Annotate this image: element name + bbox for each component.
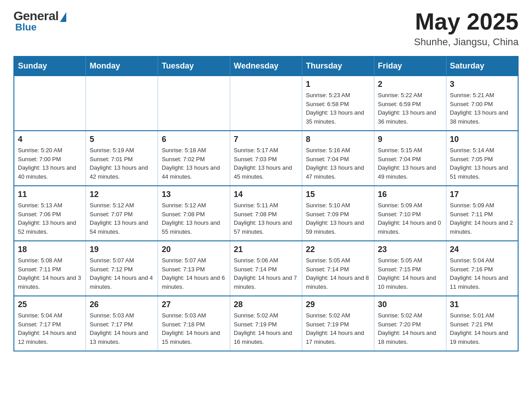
day-info: Sunrise: 5:07 AM Sunset: 7:12 PM Dayligh…: [90, 256, 154, 291]
calendar-cell: 14Sunrise: 5:11 AM Sunset: 7:08 PM Dayli…: [230, 186, 302, 241]
calendar-cell: 5Sunrise: 5:19 AM Sunset: 7:01 PM Daylig…: [86, 131, 158, 186]
calendar-week-row: 4Sunrise: 5:20 AM Sunset: 7:00 PM Daylig…: [14, 131, 518, 186]
weekday-header-thursday: Thursday: [302, 56, 374, 76]
weekday-header-wednesday: Wednesday: [230, 56, 302, 76]
day-number: 15: [306, 190, 370, 199]
day-number: 1: [306, 80, 370, 89]
day-info: Sunrise: 5:01 AM Sunset: 7:21 PM Dayligh…: [450, 311, 514, 346]
calendar-cell: [86, 76, 158, 131]
calendar-week-row: 11Sunrise: 5:13 AM Sunset: 7:06 PM Dayli…: [14, 186, 518, 241]
calendar-cell: 22Sunrise: 5:05 AM Sunset: 7:14 PM Dayli…: [302, 241, 374, 296]
day-info: Sunrise: 5:16 AM Sunset: 7:04 PM Dayligh…: [306, 146, 370, 181]
day-info: Sunrise: 5:07 AM Sunset: 7:13 PM Dayligh…: [162, 256, 226, 291]
calendar-cell: 19Sunrise: 5:07 AM Sunset: 7:12 PM Dayli…: [86, 241, 158, 296]
day-number: 12: [90, 190, 154, 199]
day-info: Sunrise: 5:09 AM Sunset: 7:11 PM Dayligh…: [450, 201, 514, 236]
calendar-cell: 25Sunrise: 5:04 AM Sunset: 7:17 PM Dayli…: [14, 296, 86, 351]
day-info: Sunrise: 5:12 AM Sunset: 7:08 PM Dayligh…: [162, 201, 226, 236]
day-info: Sunrise: 5:23 AM Sunset: 6:58 PM Dayligh…: [306, 91, 370, 126]
calendar-cell: 24Sunrise: 5:04 AM Sunset: 7:16 PM Dayli…: [446, 241, 518, 296]
day-number: 24: [450, 245, 514, 254]
calendar-week-row: 1Sunrise: 5:23 AM Sunset: 6:58 PM Daylig…: [14, 76, 518, 131]
calendar-cell: 31Sunrise: 5:01 AM Sunset: 7:21 PM Dayli…: [446, 296, 518, 351]
day-info: Sunrise: 5:04 AM Sunset: 7:16 PM Dayligh…: [450, 256, 514, 291]
weekday-header-friday: Friday: [374, 56, 446, 76]
calendar-cell: 15Sunrise: 5:10 AM Sunset: 7:09 PM Dayli…: [302, 186, 374, 241]
weekday-header-saturday: Saturday: [446, 56, 518, 76]
calendar-table: SundayMondayTuesdayWednesdayThursdayFrid…: [13, 56, 519, 351]
calendar-week-row: 25Sunrise: 5:04 AM Sunset: 7:17 PM Dayli…: [14, 296, 518, 351]
day-info: Sunrise: 5:06 AM Sunset: 7:14 PM Dayligh…: [234, 256, 298, 291]
day-info: Sunrise: 5:03 AM Sunset: 7:17 PM Dayligh…: [90, 311, 154, 346]
calendar-cell: 29Sunrise: 5:02 AM Sunset: 7:19 PM Dayli…: [302, 296, 374, 351]
day-info: Sunrise: 5:03 AM Sunset: 7:18 PM Dayligh…: [162, 311, 226, 346]
day-number: 7: [234, 135, 298, 144]
logo-triangle-icon: [60, 12, 66, 22]
day-info: Sunrise: 5:22 AM Sunset: 6:59 PM Dayligh…: [378, 91, 442, 126]
logo-blue-text: Blue: [15, 21, 37, 33]
calendar-cell: 16Sunrise: 5:09 AM Sunset: 7:10 PM Dayli…: [374, 186, 446, 241]
day-number: 26: [90, 300, 154, 309]
day-number: 8: [306, 135, 370, 144]
day-number: 19: [90, 245, 154, 254]
calendar-cell: 8Sunrise: 5:16 AM Sunset: 7:04 PM Daylig…: [302, 131, 374, 186]
day-info: Sunrise: 5:18 AM Sunset: 7:02 PM Dayligh…: [162, 146, 226, 181]
day-number: 21: [234, 245, 298, 254]
calendar-cell: 7Sunrise: 5:17 AM Sunset: 7:03 PM Daylig…: [230, 131, 302, 186]
calendar-cell: 4Sunrise: 5:20 AM Sunset: 7:00 PM Daylig…: [14, 131, 86, 186]
calendar-cell: 26Sunrise: 5:03 AM Sunset: 7:17 PM Dayli…: [86, 296, 158, 351]
day-info: Sunrise: 5:21 AM Sunset: 7:00 PM Dayligh…: [450, 91, 514, 126]
day-number: 9: [378, 135, 442, 144]
calendar-cell: 6Sunrise: 5:18 AM Sunset: 7:02 PM Daylig…: [158, 131, 230, 186]
day-number: 4: [18, 135, 82, 144]
calendar-cell: 28Sunrise: 5:02 AM Sunset: 7:19 PM Dayli…: [230, 296, 302, 351]
calendar-cell: 9Sunrise: 5:15 AM Sunset: 7:04 PM Daylig…: [374, 131, 446, 186]
day-number: 2: [378, 80, 442, 89]
day-number: 18: [18, 245, 82, 254]
calendar-cell: 20Sunrise: 5:07 AM Sunset: 7:13 PM Dayli…: [158, 241, 230, 296]
day-number: 29: [306, 300, 370, 309]
day-number: 3: [450, 80, 514, 89]
day-number: 6: [162, 135, 226, 144]
day-number: 30: [378, 300, 442, 309]
calendar-cell: 27Sunrise: 5:03 AM Sunset: 7:18 PM Dayli…: [158, 296, 230, 351]
calendar-cell: 2Sunrise: 5:22 AM Sunset: 6:59 PM Daylig…: [374, 76, 446, 131]
logo: General Blue: [13, 9, 66, 33]
day-number: 31: [450, 300, 514, 309]
calendar-header-row: SundayMondayTuesdayWednesdayThursdayFrid…: [14, 56, 518, 76]
calendar-cell: 18Sunrise: 5:08 AM Sunset: 7:11 PM Dayli…: [14, 241, 86, 296]
page-header: General Blue May 2025 Shunhe, Jiangsu, C…: [13, 9, 519, 48]
calendar-cell: 23Sunrise: 5:05 AM Sunset: 7:15 PM Dayli…: [374, 241, 446, 296]
calendar-cell: 13Sunrise: 5:12 AM Sunset: 7:08 PM Dayli…: [158, 186, 230, 241]
day-number: 27: [162, 300, 226, 309]
day-info: Sunrise: 5:05 AM Sunset: 7:14 PM Dayligh…: [306, 256, 370, 291]
day-info: Sunrise: 5:02 AM Sunset: 7:19 PM Dayligh…: [234, 311, 298, 346]
day-number: 22: [306, 245, 370, 254]
day-info: Sunrise: 5:04 AM Sunset: 7:17 PM Dayligh…: [18, 311, 82, 346]
day-info: Sunrise: 5:17 AM Sunset: 7:03 PM Dayligh…: [234, 146, 298, 181]
day-number: 11: [18, 190, 82, 199]
title-block: May 2025 Shunhe, Jiangsu, China: [414, 9, 519, 48]
day-number: 25: [18, 300, 82, 309]
day-info: Sunrise: 5:02 AM Sunset: 7:19 PM Dayligh…: [306, 311, 370, 346]
day-number: 13: [162, 190, 226, 199]
day-info: Sunrise: 5:10 AM Sunset: 7:09 PM Dayligh…: [306, 201, 370, 236]
calendar-cell: 11Sunrise: 5:13 AM Sunset: 7:06 PM Dayli…: [14, 186, 86, 241]
calendar-cell: 21Sunrise: 5:06 AM Sunset: 7:14 PM Dayli…: [230, 241, 302, 296]
day-number: 16: [378, 190, 442, 199]
calendar-cell: 12Sunrise: 5:12 AM Sunset: 7:07 PM Dayli…: [86, 186, 158, 241]
calendar-cell: [158, 76, 230, 131]
calendar-cell: 3Sunrise: 5:21 AM Sunset: 7:00 PM Daylig…: [446, 76, 518, 131]
day-info: Sunrise: 5:02 AM Sunset: 7:20 PM Dayligh…: [378, 311, 442, 346]
day-number: 23: [378, 245, 442, 254]
day-info: Sunrise: 5:20 AM Sunset: 7:00 PM Dayligh…: [18, 146, 82, 181]
calendar-cell: 10Sunrise: 5:14 AM Sunset: 7:05 PM Dayli…: [446, 131, 518, 186]
day-number: 17: [450, 190, 514, 199]
weekday-header-sunday: Sunday: [14, 56, 86, 76]
day-number: 10: [450, 135, 514, 144]
day-info: Sunrise: 5:19 AM Sunset: 7:01 PM Dayligh…: [90, 146, 154, 181]
day-info: Sunrise: 5:09 AM Sunset: 7:10 PM Dayligh…: [378, 201, 442, 236]
month-title: May 2025: [414, 9, 519, 34]
calendar-week-row: 18Sunrise: 5:08 AM Sunset: 7:11 PM Dayli…: [14, 241, 518, 296]
day-info: Sunrise: 5:05 AM Sunset: 7:15 PM Dayligh…: [378, 256, 442, 291]
